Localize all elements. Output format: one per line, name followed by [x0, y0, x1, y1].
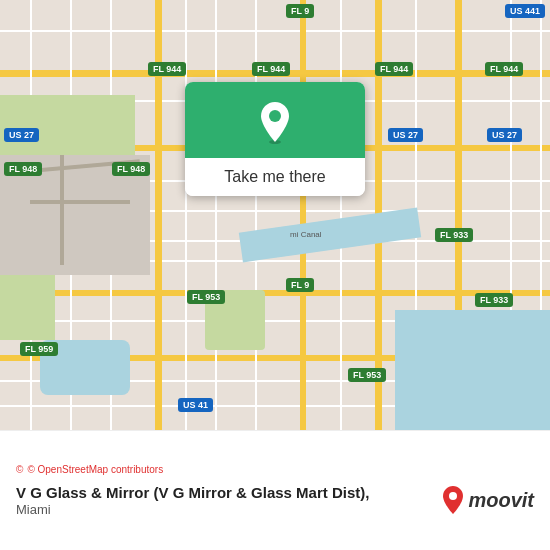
svg-point-1: [269, 110, 281, 122]
moovit-logo-text: moovit: [468, 489, 534, 512]
route-badge-fl944-4: FL 944: [485, 62, 523, 76]
route-badge-fl948-1: FL 948: [4, 162, 42, 176]
route-badge-fl944-1: FL 944: [148, 62, 186, 76]
route-badge-us27-3: US 27: [487, 128, 522, 142]
route-badge-fl944-3: FL 944: [375, 62, 413, 76]
location-name: V G Glass & Mirror (V G Mirror & Glass M…: [16, 483, 369, 503]
route-badge-fl959: FL 959: [20, 342, 58, 356]
route-badge-fl953-2: FL 953: [348, 368, 386, 382]
location-info: V G Glass & Mirror (V G Mirror & Glass M…: [16, 483, 369, 518]
map-attribution: © © OpenStreetMap contributors: [16, 464, 534, 475]
route-badge-fl9-top: FL 9: [286, 4, 314, 18]
route-badge-us41: US 41: [178, 398, 213, 412]
moovit-branding: moovit: [442, 485, 534, 515]
map-view[interactable]: mi Canal FL 9 US 441 FL 944 FL 944 FL 94…: [0, 0, 550, 430]
route-badge-us441: US 441: [505, 4, 545, 18]
location-popup: Take me there: [185, 82, 365, 196]
route-badge-fl933-1: FL 933: [435, 228, 473, 242]
moovit-pin-icon: [442, 485, 464, 515]
location-city: Miami: [16, 502, 369, 517]
take-me-there-button[interactable]: Take me there: [185, 158, 365, 196]
popup-header: [185, 82, 365, 158]
svg-point-2: [449, 492, 457, 500]
attribution-text: © OpenStreetMap contributors: [27, 464, 163, 475]
route-badge-fl944-2: FL 944: [252, 62, 290, 76]
location-pin-icon: [257, 100, 293, 144]
location-row: V G Glass & Mirror (V G Mirror & Glass M…: [16, 483, 534, 518]
route-badge-fl948-2: FL 948: [112, 162, 150, 176]
route-badge-fl953-1: FL 953: [187, 290, 225, 304]
route-badge-fl9-bottom: FL 9: [286, 278, 314, 292]
route-badge-us27-1: US 27: [4, 128, 39, 142]
route-badge-fl933-2: FL 933: [475, 293, 513, 307]
route-badge-us27-2: US 27: [388, 128, 423, 142]
bottom-info-bar: © © OpenStreetMap contributors V G Glass…: [0, 430, 550, 550]
copyright-symbol: ©: [16, 464, 23, 475]
